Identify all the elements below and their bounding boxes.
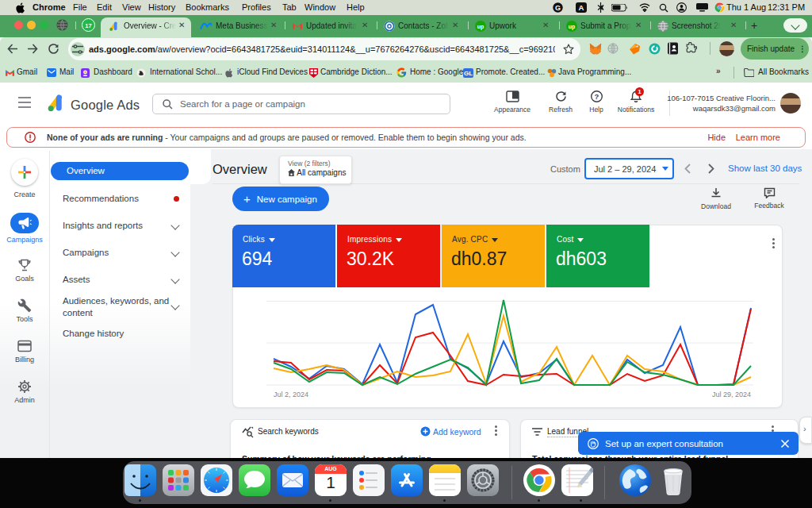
svg-text:G: G <box>555 4 561 12</box>
svg-text:up: up <box>477 24 485 30</box>
svg-text:A: A <box>579 3 584 12</box>
svg-text:17: 17 <box>85 22 91 29</box>
svg-text:GL: GL <box>464 70 473 77</box>
svg-text:up: up <box>569 24 576 30</box>
